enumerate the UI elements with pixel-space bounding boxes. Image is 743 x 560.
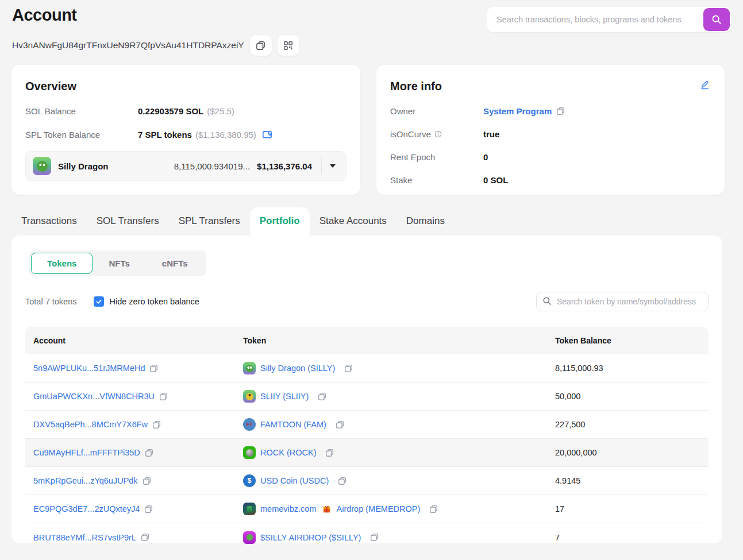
spl-balance-label: SPL Token Balance: [25, 130, 138, 140]
copy-icon[interactable]: [152, 420, 161, 429]
copy-address-button[interactable]: [250, 35, 272, 56]
copy-icon[interactable]: [429, 505, 438, 513]
copy-icon[interactable]: [318, 392, 326, 401]
header-token-balance: Token Balance: [555, 336, 709, 345]
spl-balance-value: 7 SPL tokens: [138, 130, 192, 140]
summary-cards: Overview SOL Balance 0.22903579 SOL ($25…: [11, 65, 725, 195]
token-balance: 4.9145: [555, 476, 709, 485]
spl-balance-usd: ($1,136,380.95): [195, 130, 256, 140]
divider: [321, 157, 322, 175]
global-search-button[interactable]: [703, 8, 730, 31]
token-link-suffix[interactable]: Airdrop (MEMEDROP): [337, 504, 421, 513]
table-row: 5mKpRpGeui...zYq6uJUPdk $ USD Coin (USDC…: [25, 467, 709, 495]
chevron-down-icon[interactable]: [330, 164, 336, 168]
copy-icon[interactable]: [344, 364, 353, 373]
page-header: Account Hv3nANwFgU84grTFnxUeN9R7QfpVsAu4…: [0, 0, 743, 56]
hide-zero-checkbox[interactable]: [94, 296, 104, 307]
silly-dragon-token-icon: [243, 362, 256, 374]
token-link[interactable]: USD Coin (USDC): [260, 476, 329, 485]
copy-icon[interactable]: [143, 477, 151, 485]
copy-icon[interactable]: [141, 533, 149, 542]
account-link[interactable]: 5mKpRpGeui...zYq6uJUPdk: [33, 476, 138, 485]
hide-zero-label: Hide zero token balance: [109, 297, 199, 306]
rent-epoch-row: Rent Epoch 0: [390, 152, 711, 162]
is-on-curve-row: isOnCurve true: [390, 129, 711, 139]
owner-row: Owner System Program: [390, 106, 711, 116]
info-icon[interactable]: [434, 130, 442, 138]
copy-icon[interactable]: [338, 477, 347, 485]
token-selector-name: Silly Dragon: [58, 161, 109, 171]
copy-icon[interactable]: [145, 449, 153, 457]
token-balance: 17: [555, 504, 709, 513]
token-link[interactable]: $SILLY AIRDROP ($SILLY): [260, 533, 361, 542]
account-link[interactable]: EC9PQG3dE7...2zUQxteyJ4: [33, 504, 140, 513]
is-on-curve-label: isOnCurve: [390, 129, 431, 139]
account-link[interactable]: BRUT88eYMf...RS7vstP9rL: [33, 533, 136, 542]
copy-icon[interactable]: [144, 505, 153, 513]
copy-icon[interactable]: [325, 449, 334, 457]
token-selector-amount: 8,115,000.934019...: [174, 161, 250, 171]
tab-transactions[interactable]: Transactions: [11, 207, 87, 235]
stake-label: Stake: [390, 175, 483, 185]
account-link[interactable]: Cu9MAyHFLf...mFFFTPi35D: [33, 448, 140, 457]
account-link[interactable]: DXV5aqBePh...8MCmY7X6Fw: [33, 420, 148, 429]
token-link[interactable]: Silly Dragon (SILLY): [260, 364, 335, 373]
token-search-input[interactable]: [536, 292, 709, 311]
total-tokens-text: Total 7 tokens: [25, 297, 76, 306]
copy-icon[interactable]: [370, 533, 379, 542]
table-row: GmUaPWCKXn...VfWN8CHR3U SLIIY (SLIIY) 50…: [25, 383, 709, 411]
account-link[interactable]: 5n9AWPLUKu...51rJMRMeHd: [33, 364, 145, 373]
subtab-tokens[interactable]: Tokens: [31, 253, 93, 274]
global-search-input[interactable]: [487, 7, 731, 32]
more-info-title: More info: [390, 80, 711, 93]
table-row: BRUT88eYMf...RS7vstP9rL $SILLY AIRDROP (…: [25, 523, 709, 551]
copy-owner-button[interactable]: [556, 107, 565, 115]
overview-card: Overview SOL Balance 0.22903579 SOL ($25…: [11, 65, 360, 195]
owner-link[interactable]: System Program: [483, 106, 552, 116]
stake-row: Stake 0 SOL: [390, 175, 711, 185]
tab-portfolio[interactable]: Portfolio: [250, 207, 310, 235]
tab-stake-accounts[interactable]: Stake Accounts: [310, 207, 396, 235]
token-balance: 8,115,000.93: [555, 364, 709, 373]
qr-code-button[interactable]: [278, 35, 299, 56]
table-row: 5n9AWPLUKu...51rJMRMeHd Silly Dragon (SI…: [25, 354, 709, 383]
page-title: Account: [12, 6, 299, 25]
sol-balance-usd: ($25.5): [207, 106, 234, 116]
token-selector[interactable]: Silly Dragon 8,115,000.934019... $1,136,…: [25, 151, 347, 181]
token-balance: 7: [555, 533, 709, 542]
account-link[interactable]: GmUaPWCKXn...VfWN8CHR3U: [33, 392, 155, 401]
owner-label: Owner: [390, 106, 483, 116]
usdc-token-icon: $: [243, 474, 256, 487]
sliiy-token-icon: [243, 390, 256, 403]
account-tabs: Transactions SOL Transfers SPL Transfers…: [11, 207, 743, 235]
token-link[interactable]: ROCK (ROCK): [260, 448, 316, 457]
search-icon: [542, 296, 552, 306]
silly-dragon-token-icon: [33, 157, 51, 175]
subtab-nfts[interactable]: NFTs: [93, 253, 145, 274]
copy-icon[interactable]: [336, 420, 344, 429]
tab-domains[interactable]: Domains: [396, 207, 455, 235]
copy-icon[interactable]: [159, 392, 168, 401]
token-link[interactable]: memevibz.com: [260, 504, 317, 513]
more-info-card: More info Owner System Program isOnCurve…: [376, 65, 725, 195]
wallet-icon[interactable]: [262, 129, 272, 140]
table-row: DXV5aqBePh...8MCmY7X6Fw FT FAMTOON (FAM)…: [25, 411, 709, 439]
tab-spl-transfers[interactable]: SPL Transfers: [169, 207, 250, 235]
token-link[interactable]: SLIIY (SLIIY): [260, 392, 309, 401]
silly-airdrop-token-icon: [243, 531, 256, 544]
tab-sol-transfers[interactable]: SOL Transfers: [87, 207, 169, 235]
checkmark-icon: [95, 298, 102, 305]
edit-pencil-icon: [700, 80, 710, 90]
token-table-header: Account Token Token Balance: [25, 327, 709, 354]
table-row: Cu9MAyHFLf...mFFFTPi35D ROCK (ROCK) 20,0…: [25, 439, 709, 467]
edit-button[interactable]: [700, 80, 710, 90]
hide-zero-toggle[interactable]: Hide zero token balance: [94, 296, 199, 307]
token-link[interactable]: FAMTOON (FAM): [260, 420, 326, 429]
sol-balance-value: 0.22903579 SOL: [138, 106, 203, 116]
global-search: [487, 7, 731, 32]
rent-epoch-value: 0: [483, 152, 488, 162]
qr-code-icon: [283, 41, 293, 51]
portfolio-subtabs: Tokens NFTs cNFTs: [29, 250, 206, 276]
subtab-cnfts[interactable]: cNFTs: [146, 253, 204, 274]
copy-icon[interactable]: [149, 364, 158, 373]
